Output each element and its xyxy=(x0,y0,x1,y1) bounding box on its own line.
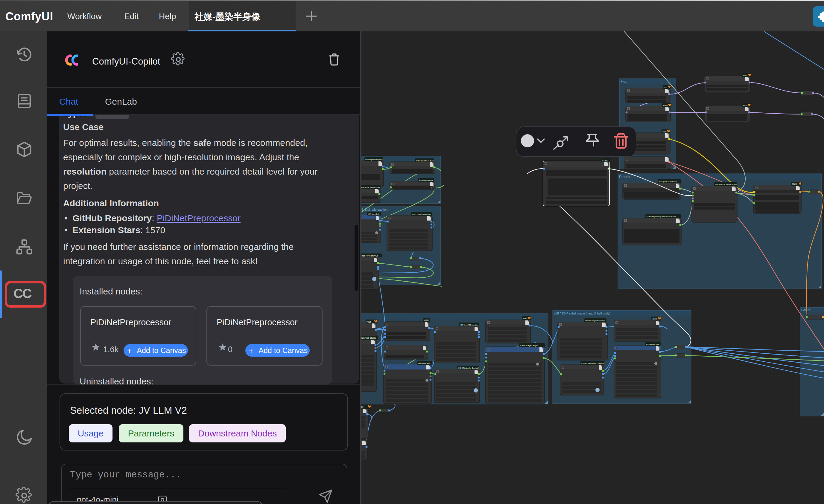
svg-text:#985: #985 xyxy=(367,321,371,323)
svg-text:#1008: #1008 xyxy=(652,318,658,320)
svg-text:972 WAS Node Suite: 972 WAS Node Suite xyxy=(362,186,380,188)
svg-text:#915: #915 xyxy=(663,86,667,88)
svg-text:#1005 ComfyUI Essentials: #1005 ComfyUI Essentials xyxy=(585,320,605,322)
svg-text:#1404 WAS Node Suite: #1404 WAS Node Suite xyxy=(416,160,434,162)
svg-text:#943 WAS Node Suite: #943 WAS Node Suite xyxy=(715,183,737,185)
svg-text:Group: Group xyxy=(801,308,811,312)
svg-text:#920: #920 xyxy=(662,131,666,133)
svg-text:Nodes for ComfyUI: Nodes for ComfyUI xyxy=(362,255,378,257)
svg-text:#923: #923 xyxy=(792,183,797,185)
svg-text:#1309 Quality of life Suit:V2: #1309 Quality of life Suit:V2 xyxy=(646,215,676,218)
svg-text:#981 ComfyUI Essentials: #981 ComfyUI Essentials xyxy=(459,324,478,326)
svg-text:#1428: #1428 xyxy=(663,105,667,106)
svg-text:#975 LayerStyle: #975 LayerStyle xyxy=(368,213,380,215)
svg-text:#974 Impact Pack: #974 Impact Pack xyxy=(419,180,433,181)
svg-text:#944 Quality of life Suit:V2: #944 Quality of life Suit:V2 xyxy=(659,181,678,182)
svg-text:#964 LayerStyle: #964 LayerStyle xyxy=(520,344,538,347)
svg-text:#1009 LayerStyle: #1009 LayerStyle xyxy=(646,344,659,345)
svg-text:#961: #961 xyxy=(523,318,527,320)
svg-text:#1282: #1282 xyxy=(424,319,429,322)
svg-text:#1006 KJNodes for ComfyUI: #1006 KJNodes for ComfyUI xyxy=(581,363,604,364)
svg-text:l Comfyroll Studio: l Comfyroll Studio xyxy=(362,337,376,339)
svg-text:Flux: Flux xyxy=(621,80,627,83)
svg-text:#982 LayerStyle: #982 LayerStyle xyxy=(418,362,430,364)
svg-text:Prompt: Prompt xyxy=(619,175,631,179)
svg-text:#971 segment anything: #971 segment anything xyxy=(365,159,382,160)
svg-text:k & simple caption: k & simple caption xyxy=(362,208,388,211)
svg-text:#1427: #1427 xyxy=(743,75,747,77)
svg-text:#: # xyxy=(431,186,433,189)
svg-text:#962 KJNodes for ComfyUI: #962 KJNodes for ComfyUI xyxy=(457,367,479,369)
svg-text:#1320: #1320 xyxy=(602,160,608,162)
svg-text:99: 99 xyxy=(362,406,364,408)
svg-text:#927: #927 xyxy=(743,105,747,106)
svg-text:768 * 1344 initial image (head: 768 * 1344 initial image (head & half bo… xyxy=(554,312,610,315)
svg-text:#976 ComfyUI Essentials: #976 ComfyUI Essentials xyxy=(412,214,431,215)
